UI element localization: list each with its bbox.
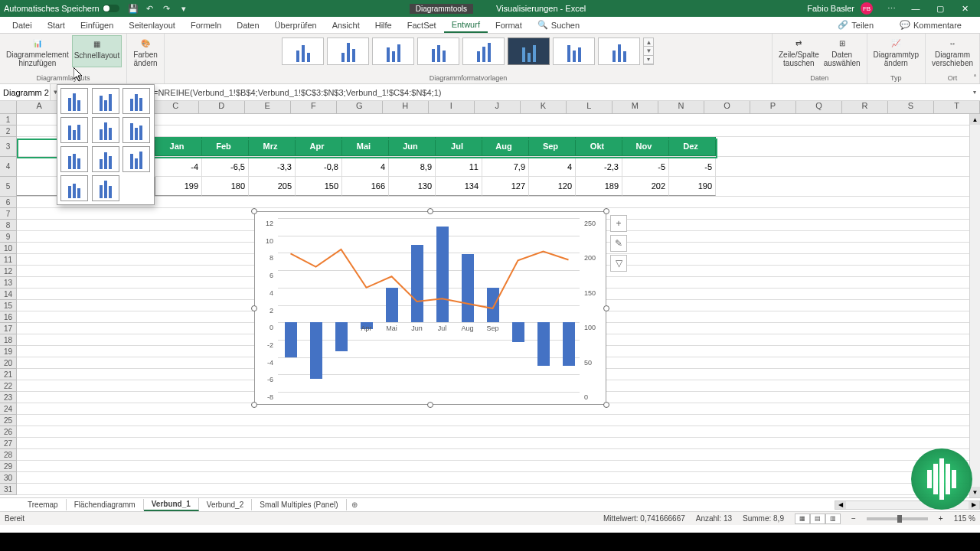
add-chart-element-button[interactable]: 📊Diagrammelement hinzufügen	[5, 35, 70, 67]
row-header[interactable]: 19	[0, 346, 16, 357]
vertical-scrollbar[interactable]: ▲▼	[969, 114, 980, 497]
chart-filter-button[interactable]: ▽	[610, 255, 627, 272]
row-header[interactable]: 30	[0, 472, 16, 484]
col-header[interactable]: T	[934, 101, 980, 113]
move-chart-button[interactable]: ↔Diagramm verschieben	[930, 35, 975, 67]
row-header[interactable]: 15	[0, 300, 16, 311]
autosave-toggle[interactable]: Automatisches Speichern	[4, 4, 119, 13]
row-header[interactable]: 6	[0, 197, 16, 208]
col-header[interactable]: O	[704, 101, 750, 113]
col-header[interactable]: H	[383, 101, 429, 113]
layout-option-5[interactable]	[92, 117, 119, 143]
chart-handle[interactable]	[603, 305, 609, 311]
row-header[interactable]: 21	[0, 369, 16, 380]
ribbon-tab-entwurf[interactable]: Entwurf	[444, 18, 488, 33]
ribbon-tab-seitenlayout[interactable]: Seitenlayout	[121, 18, 183, 32]
row-header[interactable]: 12	[0, 266, 16, 277]
col-header[interactable]: J	[475, 101, 521, 113]
col-header[interactable]: C	[153, 101, 199, 113]
chart-handle[interactable]	[603, 208, 609, 214]
col-header[interactable]: R	[842, 101, 888, 113]
select-data-button[interactable]: ⊞Daten auswählen	[822, 35, 862, 67]
row-header[interactable]: 23	[0, 392, 16, 403]
col-header[interactable]: M	[612, 101, 658, 113]
row-header[interactable]: 3	[0, 137, 16, 157]
ribbon-tab-format[interactable]: Format	[488, 18, 530, 32]
formula-expand-icon[interactable]: ▾	[969, 89, 980, 96]
ribbon-tab-factset[interactable]: FactSet	[400, 18, 444, 32]
chart-handle[interactable]	[251, 402, 257, 408]
zoom-level[interactable]: 115 %	[954, 514, 975, 523]
row-header[interactable]: 1	[0, 114, 16, 126]
row-header[interactable]: 18	[0, 334, 16, 346]
chart-style-5[interactable]	[462, 37, 505, 65]
row-header[interactable]: 25	[0, 415, 16, 426]
layout-option-6[interactable]	[122, 117, 150, 143]
chart-handle[interactable]	[251, 208, 257, 214]
autosave-switch[interactable]	[103, 5, 119, 12]
redo-icon[interactable]: ↷	[162, 4, 172, 13]
col-header[interactable]: G	[337, 101, 383, 113]
row-header[interactable]: 11	[0, 254, 16, 266]
sheet-tab[interactable]: Verbund_1	[144, 498, 199, 511]
view-normal-button[interactable]: ▦	[795, 514, 810, 524]
chart-style-4[interactable]	[417, 37, 459, 65]
save-icon[interactable]: 💾	[129, 4, 138, 13]
change-chart-type-button[interactable]: 📈Diagrammtyp ändern	[872, 35, 920, 67]
qat-customize-icon[interactable]: ▾	[179, 4, 188, 13]
col-header[interactable]: E	[245, 101, 291, 113]
row-header[interactable]: 28	[0, 449, 16, 461]
layout-option-10[interactable]	[60, 175, 88, 201]
select-all-corner[interactable]	[0, 101, 17, 113]
col-header[interactable]: A	[17, 101, 63, 113]
row-header[interactable]: 9	[0, 231, 16, 243]
row-header[interactable]: 17	[0, 323, 16, 334]
chart-style-8[interactable]	[598, 37, 640, 65]
row-header[interactable]: 22	[0, 380, 16, 392]
ribbon-tab-start[interactable]: Start	[40, 18, 73, 32]
row-header[interactable]: 16	[0, 311, 16, 323]
chart-handle[interactable]	[427, 208, 433, 214]
row-header[interactable]: 26	[0, 426, 16, 438]
chart-style-7[interactable]	[553, 37, 595, 65]
layout-option-7[interactable]	[60, 146, 88, 172]
col-header[interactable]: Q	[796, 101, 842, 113]
comments-button[interactable]: 💬Kommentare	[892, 18, 969, 32]
ribbon-tab-formeln[interactable]: Formeln	[183, 18, 229, 32]
chart-object[interactable]: + ✎ ▽ -8-6-4-2024681012 050100150200250 …	[254, 211, 606, 405]
row-header[interactable]: 7	[0, 208, 16, 220]
ribbon-tab-daten[interactable]: Daten	[229, 18, 266, 32]
sheet-tab[interactable]: Verbund_2	[199, 499, 252, 510]
ribbon-search[interactable]: 🔍 Suchen	[530, 18, 587, 32]
col-header[interactable]: I	[429, 101, 475, 113]
row-header[interactable]: 13	[0, 277, 16, 289]
row-header[interactable]: 10	[0, 243, 16, 254]
change-colors-button[interactable]: 🎨Farben ändern	[132, 35, 159, 67]
name-box[interactable]: Diagramm 2	[0, 84, 51, 100]
row-header[interactable]: 5	[0, 177, 16, 197]
col-header[interactable]: F	[291, 101, 337, 113]
layout-option-11[interactable]	[92, 175, 119, 201]
row-header[interactable]: 27	[0, 438, 16, 449]
chart-styles-button[interactable]: ✎	[610, 235, 627, 252]
layout-option-4[interactable]	[60, 117, 88, 143]
chart-style-2[interactable]	[327, 37, 369, 65]
chart-handle[interactable]	[427, 402, 433, 408]
ribbon-tab-ansicht[interactable]: Ansicht	[325, 18, 368, 32]
row-header[interactable]: 14	[0, 289, 16, 300]
share-button[interactable]: 🔗Teilen	[830, 18, 881, 32]
chart-elements-button[interactable]: +	[610, 215, 627, 232]
zoom-slider[interactable]	[867, 517, 928, 520]
row-header[interactable]: 29	[0, 461, 16, 472]
ribbon-tab-ueberpruefen[interactable]: Überprüfen	[267, 18, 325, 32]
layout-option-8[interactable]	[92, 146, 119, 172]
maximize-button[interactable]: ▢	[928, 0, 952, 17]
row-header[interactable]: 24	[0, 403, 16, 415]
layout-option-3[interactable]	[122, 88, 150, 114]
chart-style-1[interactable]	[282, 37, 324, 65]
ribbon-tab-datei[interactable]: Datei	[5, 18, 40, 32]
chart-style-6[interactable]	[508, 37, 550, 65]
minimize-button[interactable]: —	[903, 0, 928, 17]
row-header[interactable]: 20	[0, 357, 16, 369]
row-header[interactable]: 8	[0, 220, 16, 231]
